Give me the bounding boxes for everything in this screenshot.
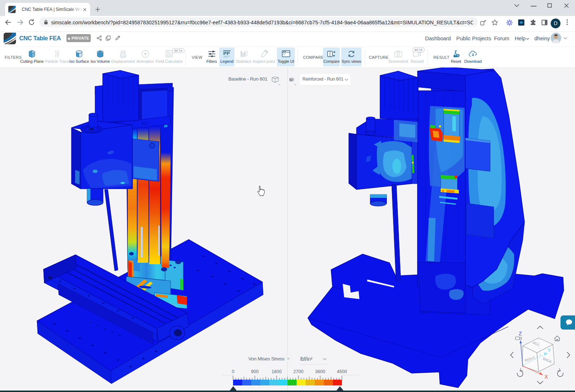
- svg-text:Y: Y: [547, 347, 551, 353]
- svg-text:Z: Z: [519, 331, 522, 336]
- svg-text:X: X: [545, 374, 548, 380]
